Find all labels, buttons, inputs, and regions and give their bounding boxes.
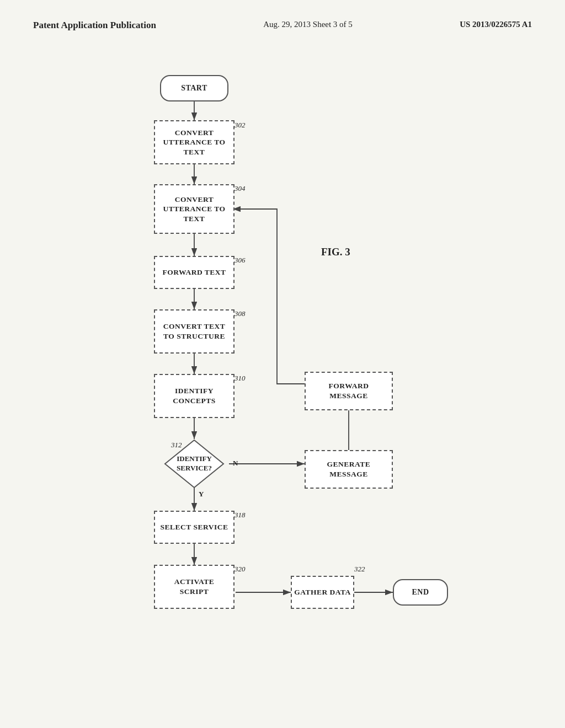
ref-310: 310 bbox=[234, 374, 246, 383]
node-312: IDENTIFY SERVICE? bbox=[164, 439, 225, 489]
node-308: CONVERT TEXT TO STRUCTURE bbox=[154, 309, 234, 354]
fig-label: FIG. 3 bbox=[321, 246, 350, 258]
node-322: GATHER DATA bbox=[291, 576, 354, 609]
node-304: CONVERT UTTERANCE TO TEXT bbox=[154, 184, 234, 234]
ref-318: 318 bbox=[234, 511, 246, 520]
ref-302: 302 bbox=[234, 121, 246, 130]
node-320: ACTIVATE SCRIPT bbox=[154, 565, 234, 609]
n-label: N bbox=[233, 459, 238, 468]
ref-308: 308 bbox=[234, 309, 246, 318]
header-left: Patent Application Publication bbox=[33, 20, 156, 31]
ref-322: 322 bbox=[354, 565, 365, 574]
node-306: FORWARD TEXT bbox=[154, 256, 234, 289]
page: Patent Application Publication Aug. 29, … bbox=[0, 0, 565, 728]
node-302: CONVERT UTTERANCE TO TEXT bbox=[154, 120, 234, 164]
node-318: SELECT SERVICE bbox=[154, 511, 234, 544]
header-right: US 2013/0226575 A1 bbox=[460, 20, 532, 29]
end-node: END bbox=[393, 579, 448, 606]
node-316: FORWARD MESSAGE bbox=[305, 372, 393, 410]
node-314: GENERATE MESSAGE bbox=[305, 450, 393, 489]
diagram: START 302 CONVERT UTTERANCE TO TEXT 304 … bbox=[67, 58, 498, 693]
ref-320: 320 bbox=[234, 565, 246, 574]
node-310: IDENTIFY CONCEPTS bbox=[154, 374, 234, 418]
header-center: Aug. 29, 2013 Sheet 3 of 5 bbox=[263, 20, 353, 29]
ref-306: 306 bbox=[234, 256, 246, 265]
y-label: Y bbox=[199, 490, 204, 499]
start-node: START bbox=[160, 75, 228, 101]
header: Patent Application Publication Aug. 29, … bbox=[0, 0, 565, 42]
ref-304: 304 bbox=[234, 184, 246, 193]
